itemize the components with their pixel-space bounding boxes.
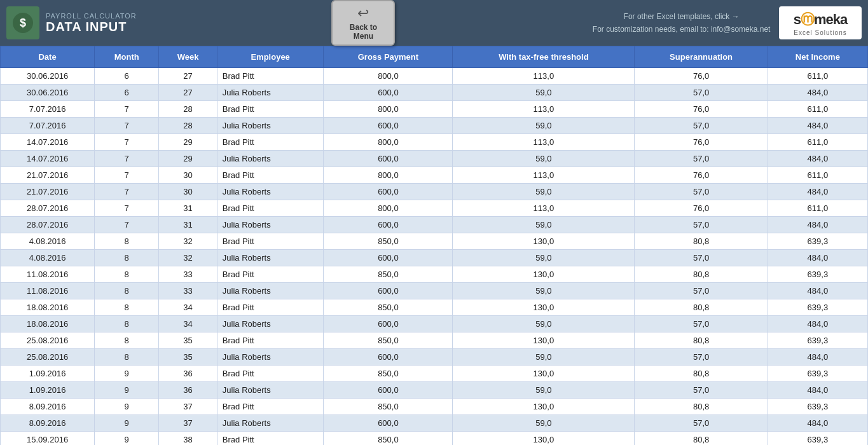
table-cell: 30	[159, 184, 217, 200]
payroll-table: DateMonthWeekEmployeeGross PaymentWith t…	[0, 46, 868, 445]
table-cell: 34	[159, 316, 217, 332]
table-cell: Julia Roberts	[217, 118, 324, 134]
table-cell: 600,0	[324, 250, 453, 266]
table-cell: Brad Pitt	[217, 399, 324, 415]
table-cell: 8	[95, 332, 159, 349]
table-cell: 484,0	[768, 184, 867, 200]
table-cell: 130,0	[453, 299, 635, 316]
table-cell: 18.08.2016	[1, 316, 95, 332]
table-cell: 8	[95, 250, 159, 266]
table-cell: 6	[95, 85, 159, 101]
table-cell: 484,0	[768, 382, 867, 399]
table-cell: Brad Pitt	[217, 299, 324, 316]
header: $ PAYROLL CALCULATOR DATA INPUT ↩ Back t…	[0, 0, 868, 46]
table-row: 18.08.2016834Brad Pitt850,0130,080,8639,…	[1, 299, 868, 316]
table-cell: 8	[95, 233, 159, 250]
table-cell: 80,8	[635, 432, 768, 446]
table-cell: 113,0	[453, 167, 635, 184]
table-cell: Julia Roberts	[217, 250, 324, 266]
table-cell: 28.07.2016	[1, 200, 95, 217]
table-cell: 35	[159, 332, 217, 349]
table-cell: 639,3	[768, 299, 867, 316]
column-header-week: Week	[159, 46, 217, 68]
table-cell: 600,0	[324, 118, 453, 134]
table-cell: Brad Pitt	[217, 332, 324, 349]
table-cell: 36	[159, 382, 217, 399]
someka-logo: sⓜmeka Excel Solutions	[779, 6, 862, 39]
table-cell: 57,0	[635, 250, 768, 266]
table-cell: 639,3	[768, 432, 867, 446]
table-cell: 29	[159, 134, 217, 151]
table-cell: 600,0	[324, 283, 453, 299]
table-cell: 57,0	[635, 382, 768, 399]
table-cell: 484,0	[768, 316, 867, 332]
table-cell: 59,0	[453, 415, 635, 432]
table-cell: 80,8	[635, 399, 768, 415]
table-cell: 113,0	[453, 101, 635, 118]
table-cell: 59,0	[453, 217, 635, 233]
table-cell: 80,8	[635, 299, 768, 316]
table-cell: 484,0	[768, 85, 867, 101]
back-button-label: Back toMenu	[350, 23, 377, 41]
table-cell: 28.07.2016	[1, 217, 95, 233]
table-row: 30.06.2016627Brad Pitt800,0113,076,0611,…	[1, 68, 868, 85]
table-row: 25.08.2016835Brad Pitt850,0130,080,8639,…	[1, 332, 868, 349]
table-cell: 7	[95, 118, 159, 134]
table-cell: 800,0	[324, 167, 453, 184]
table-row: 21.07.2016730Julia Roberts600,059,057,04…	[1, 184, 868, 200]
table-cell: 4.08.2016	[1, 233, 95, 250]
table-cell: 28	[159, 118, 217, 134]
table-row: 1.09.2016936Brad Pitt850,0130,080,8639,3	[1, 366, 868, 382]
table-cell: 11.08.2016	[1, 266, 95, 283]
table-cell: 800,0	[324, 101, 453, 118]
table-cell: 9	[95, 432, 159, 446]
table-cell: 18.08.2016	[1, 299, 95, 316]
table-cell: 59,0	[453, 316, 635, 332]
table-cell: 8	[95, 349, 159, 366]
table-cell: 7	[95, 101, 159, 118]
table-cell: 484,0	[768, 415, 867, 432]
table-cell: 8	[95, 299, 159, 316]
table-cell: 9	[95, 399, 159, 415]
table-cell: 32	[159, 250, 217, 266]
table-cell: 1.09.2016	[1, 366, 95, 382]
table-cell: 800,0	[324, 134, 453, 151]
table-row: 25.08.2016835Julia Roberts600,059,057,04…	[1, 349, 868, 366]
app-subtitle: PAYROLL CALCULATOR	[46, 12, 137, 20]
header-info: For other Excel templates, click → For c…	[590, 10, 773, 36]
table-cell: 27	[159, 85, 217, 101]
table-cell: 57,0	[635, 316, 768, 332]
table-cell: 59,0	[453, 118, 635, 134]
someka-tagline: Excel Solutions	[794, 29, 846, 36]
table-cell: 35	[159, 349, 217, 366]
table-cell: 850,0	[324, 366, 453, 382]
table-cell: 11.08.2016	[1, 283, 95, 299]
table-cell: 30.06.2016	[1, 68, 95, 85]
table-cell: 8	[95, 283, 159, 299]
table-cell: 30	[159, 167, 217, 184]
table-cell: 639,3	[768, 332, 867, 349]
table-cell: 33	[159, 266, 217, 283]
table-cell: 59,0	[453, 85, 635, 101]
table-cell: 34	[159, 299, 217, 316]
table-cell: Julia Roberts	[217, 316, 324, 332]
table-cell: 850,0	[324, 266, 453, 283]
table-row: 1.09.2016936Julia Roberts600,059,057,048…	[1, 382, 868, 399]
table-cell: Brad Pitt	[217, 233, 324, 250]
back-to-menu-button[interactable]: ↩ Back toMenu	[331, 0, 395, 46]
table-cell: 611,0	[768, 68, 867, 85]
table-cell: 30.06.2016	[1, 85, 95, 101]
table-cell: 611,0	[768, 134, 867, 151]
table-cell: 600,0	[324, 217, 453, 233]
table-cell: Brad Pitt	[217, 101, 324, 118]
table-cell: 8	[95, 316, 159, 332]
table-cell: Brad Pitt	[217, 134, 324, 151]
table-cell: 130,0	[453, 399, 635, 415]
someka-highlight: ⓜ	[801, 11, 814, 27]
table-cell: 9	[95, 382, 159, 399]
table-cell: 6	[95, 68, 159, 85]
table-cell: 25.08.2016	[1, 349, 95, 366]
table-cell: 59,0	[453, 184, 635, 200]
table-cell: 600,0	[324, 316, 453, 332]
table-cell: Brad Pitt	[217, 432, 324, 446]
